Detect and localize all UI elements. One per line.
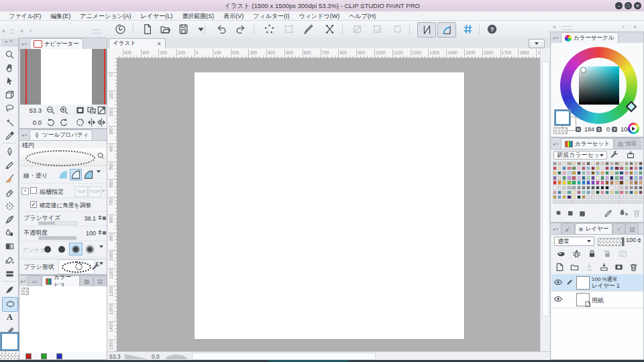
color-swatch[interactable] <box>567 176 571 180</box>
redo-icon[interactable] <box>231 22 249 36</box>
color-swatch[interactable] <box>629 190 633 194</box>
reset-tool-icon[interactable] <box>74 261 84 272</box>
color-swatch[interactable] <box>572 171 576 175</box>
color-swatch[interactable] <box>557 171 561 175</box>
tool-fill[interactable] <box>2 253 17 267</box>
blend-mode-dropdown[interactable]: 通常 <box>554 237 594 246</box>
view-large-icon[interactable] <box>578 210 586 218</box>
color-swatch[interactable] <box>582 186 586 190</box>
left-dock-grip[interactable] <box>9 29 15 34</box>
color-swatch[interactable] <box>639 176 643 180</box>
expand-aspect-icon[interactable]: + <box>21 188 29 195</box>
aspect-dropdown[interactable] <box>101 190 105 192</box>
history-color-swatch-0[interactable] <box>25 353 32 359</box>
collapse-left-dock-icon[interactable]: « <box>2 27 5 34</box>
color-swatch[interactable] <box>577 186 581 190</box>
color-swatch[interactable] <box>610 180 614 184</box>
color-swatch[interactable] <box>634 190 638 194</box>
color-swatch[interactable] <box>577 166 581 170</box>
color-swatch[interactable] <box>614 200 619 204</box>
tool-palette-header[interactable]: ▸ ✎ <box>1 38 18 46</box>
color-swatch[interactable] <box>591 166 595 170</box>
color-swatch[interactable] <box>577 195 581 199</box>
color-swatch[interactable] <box>619 195 623 199</box>
collapse-navigator-icon[interactable]: ▸≡ <box>20 40 29 48</box>
tab-intermediate-color[interactable]: ▦ <box>80 276 93 286</box>
tool-figure[interactable] <box>2 283 17 296</box>
color-swatch[interactable] <box>610 190 614 194</box>
color-swatch[interactable] <box>582 171 586 175</box>
color-swatch[interactable] <box>577 190 581 194</box>
color-swatch[interactable] <box>572 195 576 199</box>
snap-special-ruler-icon[interactable] <box>437 22 456 38</box>
layer-thumbnail[interactable] <box>576 276 590 290</box>
color-swatch[interactable] <box>596 162 600 166</box>
new-folder-icon[interactable] <box>570 262 580 272</box>
tool-object[interactable] <box>2 88 17 102</box>
color-swatch[interactable] <box>572 186 576 190</box>
save-dropdown-icon[interactable] <box>192 22 209 36</box>
color-swatch[interactable] <box>577 180 581 184</box>
menu-item-2[interactable]: アニメーション(A) <box>75 11 136 21</box>
color-swatch[interactable] <box>557 162 561 166</box>
color-swatch[interactable] <box>625 162 629 166</box>
color-swatch[interactable] <box>586 180 590 184</box>
view-medium-icon[interactable] <box>567 210 574 217</box>
layer-row[interactable]: 100 %通常レイヤー 1 <box>551 274 643 292</box>
new-layer-icon[interactable] <box>555 262 565 272</box>
color-swatch[interactable] <box>605 200 609 204</box>
fit-screen-icon[interactable] <box>75 105 85 115</box>
tool-operation[interactable] <box>2 74 17 88</box>
color-swatch[interactable] <box>586 166 590 170</box>
collapse-layer-panel-icon[interactable]: ▸≡ <box>551 225 560 233</box>
tab-color-set[interactable]: カラーセット <box>561 138 614 149</box>
history-color-swatch-2[interactable] <box>56 353 62 359</box>
tool-selection[interactable] <box>2 102 17 115</box>
open-file-icon[interactable] <box>156 22 174 36</box>
color-swatch[interactable] <box>629 200 633 204</box>
color-swatch[interactable] <box>634 200 638 204</box>
vertical-scrollbar[interactable] <box>540 48 551 351</box>
color-swatch[interactable] <box>582 162 586 166</box>
color-history-list[interactable] <box>20 286 107 353</box>
color-swatch[interactable] <box>605 176 609 180</box>
tool-eyedropper[interactable] <box>2 129 17 142</box>
color-swatch[interactable] <box>625 195 629 199</box>
document-list-dropdown[interactable] <box>529 39 545 48</box>
tool-preview[interactable] <box>20 148 107 166</box>
color-swatch[interactable] <box>553 195 557 199</box>
color-swatch[interactable] <box>553 180 557 184</box>
flip-horizontal-icon[interactable] <box>87 117 97 127</box>
tab-document[interactable]: イラスト ✕ <box>109 38 166 48</box>
close-button[interactable]: ✕ <box>634 2 641 9</box>
navigator-preview[interactable] <box>20 49 107 105</box>
color-swatch[interactable] <box>634 162 638 166</box>
color-swatch[interactable] <box>614 176 619 180</box>
color-swatch[interactable] <box>572 176 576 180</box>
mesh-transform-icon[interactable] <box>321 22 338 36</box>
color-swatch[interactable] <box>591 171 595 175</box>
color-swatch[interactable] <box>557 186 561 190</box>
layer-thumbnail[interactable] <box>576 293 590 306</box>
color-swatch[interactable] <box>629 180 633 184</box>
color-swatch[interactable] <box>639 166 643 170</box>
reference-layer-icon[interactable] <box>572 249 582 259</box>
color-swatch[interactable] <box>605 190 609 194</box>
zoom-in-icon[interactable] <box>59 105 69 115</box>
tab-tool-property[interactable]: ツールプロパティ <box>30 129 93 140</box>
tool-zoom[interactable] <box>2 48 17 61</box>
color-swatch[interactable] <box>625 186 629 190</box>
tool-pen[interactable] <box>2 145 17 158</box>
color-swatch[interactable] <box>562 166 566 170</box>
color-swatch[interactable] <box>629 176 633 180</box>
color-swatch[interactable] <box>553 176 557 180</box>
color-swatch[interactable] <box>619 190 623 194</box>
color-swatch[interactable] <box>596 186 600 190</box>
help-icon[interactable]: ? <box>483 22 500 36</box>
zoom-slider[interactable] <box>125 354 149 359</box>
shrink-panel-dock-icon[interactable]: ‹ <box>30 27 32 34</box>
snap-ruler-icon[interactable] <box>417 22 436 38</box>
open-right-dock-icon[interactable]: » <box>633 23 637 30</box>
color-swatch[interactable] <box>600 162 604 166</box>
color-swatch[interactable] <box>596 195 600 199</box>
